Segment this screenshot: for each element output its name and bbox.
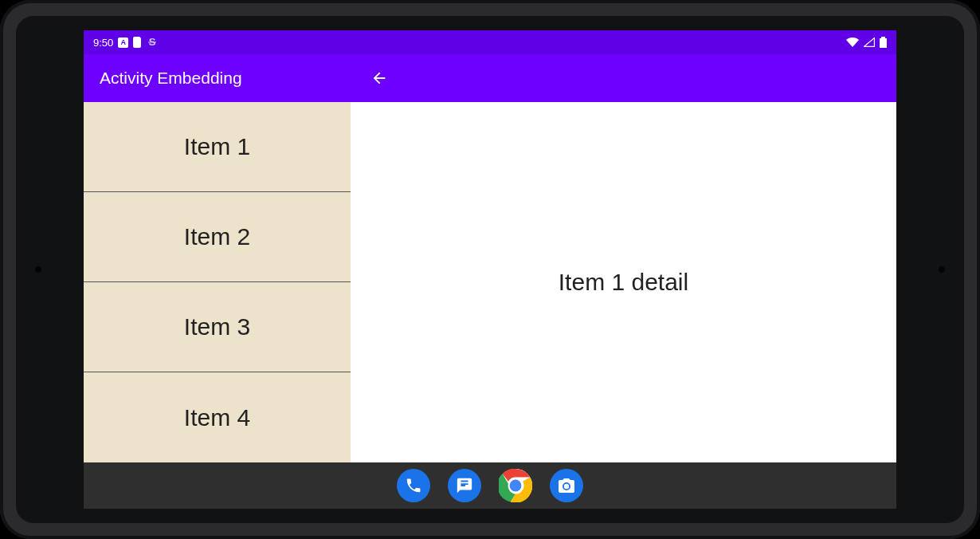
cell-signal-icon [864,37,875,47]
list-item-label: Item 4 [184,404,250,431]
device-screen: 9:50 A S [84,30,896,509]
camera-icon [557,476,576,495]
phone-icon [405,477,422,494]
detail-pane: Item 1 detail [351,102,896,462]
notification-a-icon: A [118,37,128,48]
list-item-1[interactable]: Item 1 [84,102,351,192]
list-item-2[interactable]: Item 2 [84,192,351,282]
list-item-label: Item 3 [184,313,250,340]
list-pane[interactable]: Item 1 Item 2 Item 3 Item 4 [84,102,351,462]
content-split: Item 1 Item 2 Item 3 Item 4 Item 1 detai… [84,102,896,462]
speaker-dot-right [939,266,945,273]
list-item-label: Item 2 [184,223,250,250]
nav-bar [84,462,896,509]
status-time: 9:50 [93,37,113,49]
messages-icon [456,477,473,494]
wifi-icon [846,37,859,47]
back-button[interactable] [370,54,388,102]
svg-point-5 [564,484,569,489]
list-item-4[interactable]: Item 4 [84,372,351,462]
notification-s-icon: S [147,37,157,48]
tablet-frame: 9:50 A S [0,0,980,539]
speaker-dot-left [35,266,41,273]
messages-app[interactable] [448,469,481,502]
list-item-label: Item 1 [184,133,250,160]
app-bar: Activity Embedding [84,54,896,102]
status-bar: 9:50 A S [84,30,896,54]
notification-card-icon [133,37,143,48]
svg-point-4 [510,480,522,492]
camera-app[interactable] [550,469,583,502]
status-bar-right [846,37,887,48]
detail-text: Item 1 detail [559,269,688,296]
chrome-icon [499,469,532,502]
app-bar-title: Activity Embedding [84,69,242,88]
status-bar-left: 9:50 A S [93,37,157,49]
phone-app[interactable] [397,469,430,502]
arrow-back-icon [370,69,388,87]
battery-icon [880,37,887,48]
chrome-app[interactable] [499,469,532,502]
list-item-3[interactable]: Item 3 [84,282,351,372]
